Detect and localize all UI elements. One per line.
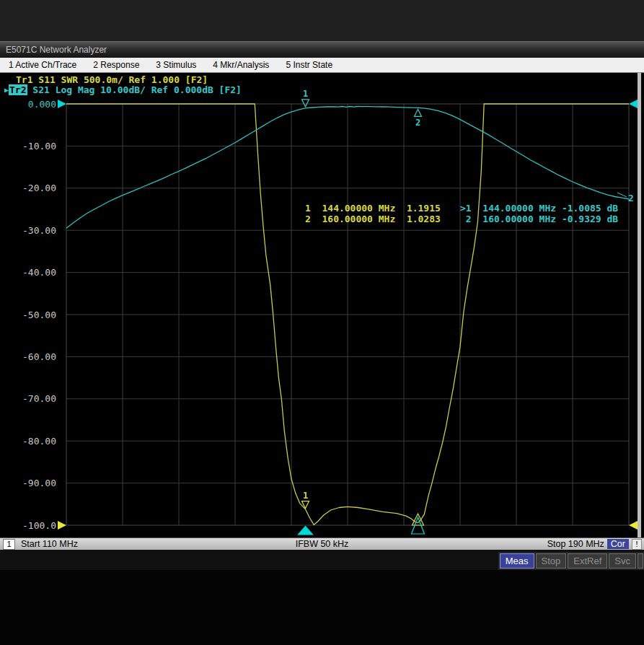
- ref-level-marker-tr1-left: [58, 521, 66, 530]
- marker-table-tr2: >1 144.00000 MHz -1.0085 dB 2 160.00000 …: [460, 203, 618, 224]
- trace2-info: ▶Tr2 S21 Log Mag 10.00dB/ Ref 0.000dB [F…: [4, 84, 242, 95]
- stop-frequency: Stop 190 MHz: [547, 539, 604, 549]
- y-axis-tick-label: -20.00: [22, 183, 56, 193]
- softkey-stop[interactable]: Stop: [536, 553, 567, 569]
- trace1-detail: S11 SWR 500.0m/ Ref 1.000 [F2]: [32, 74, 208, 85]
- top-band: [0, 0, 644, 41]
- plot-area: 0.000-10.00-20.00-30.00-40.00-50.00-60.0…: [0, 73, 644, 538]
- menu-item-4[interactable]: 4 Mkr/Analysis: [204, 60, 277, 70]
- trace2-detail: S21 Log Mag 10.00dB/ Ref 0.000dB [F2]: [27, 84, 242, 95]
- screen-edge-strip: [638, 73, 641, 538]
- marker1-tr1-icon: [302, 501, 309, 509]
- y-axis-tick-label: -30.00: [22, 225, 56, 236]
- menu-item-3[interactable]: 3 Stimulus: [147, 60, 204, 70]
- lcd-screen: 0.000-10.00-20.00-30.00-40.00-50.00-60.0…: [0, 73, 644, 538]
- marker-row: 2 160.00000 MHz 1.0283: [305, 214, 441, 224]
- softkey-partial[interactable]: [638, 553, 643, 569]
- marker1-stimulus-icon: [299, 527, 313, 535]
- y-axis-tick-label: -60.00: [22, 351, 56, 362]
- marker-row: >1 144.00000 MHz -1.0085 dB: [460, 203, 618, 214]
- status-bar: 1 Start 110 MHz IFBW 50 kHz Stop 190 MHz…: [0, 538, 644, 550]
- y-axis-tick-label: -10.00: [22, 141, 56, 152]
- trace2-end-tick: [617, 193, 627, 197]
- softkey-meas[interactable]: Meas: [500, 553, 534, 569]
- softkey-extref[interactable]: ExtRef: [568, 553, 607, 569]
- window-title-bar: E5071C Network Analyzer: [0, 41, 644, 58]
- marker-row: 1 144.00000 MHz 1.1915: [305, 203, 441, 214]
- marker2-tr2-icon: [415, 109, 422, 116]
- y-axis-tick-label: -80.00: [22, 436, 56, 447]
- marker1-tr1-label: 1: [303, 491, 308, 501]
- y-axis-tick-label: -50.00: [22, 310, 56, 320]
- trace1-info: Tr1 S11 SWR 500.0m/ Ref 1.000 [F2]: [16, 74, 208, 85]
- trace2-label: Tr2: [9, 84, 27, 95]
- correction-badge: Cor: [607, 539, 629, 549]
- y-axis-tick-label: -100.0: [22, 520, 56, 531]
- marker-table-tr1: 1 144.00000 MHz 1.19152 160.00000 MHz 1.…: [305, 203, 441, 224]
- y-axis-tick-label: -90.00: [22, 478, 56, 488]
- trace1-label: Tr1: [16, 74, 32, 85]
- marker1-tr2-icon: [302, 100, 309, 107]
- window-title: E5071C Network Analyzer: [6, 45, 107, 55]
- y-axis-tick-label: -70.00: [22, 393, 56, 404]
- y-axis-tick-label: 0.000: [28, 99, 56, 110]
- marker2-tr1-icon: [413, 514, 424, 525]
- marker2-tr2-label: 2: [415, 118, 420, 128]
- menu-item-1[interactable]: 1 Active Ch/Trace: [0, 60, 84, 70]
- menu-item-5[interactable]: 5 Instr State: [277, 60, 340, 70]
- menu-bar: 1 Active Ch/Trace2 Response3 Stimulus4 M…: [0, 58, 644, 73]
- softkey-svc[interactable]: Svc: [609, 553, 636, 569]
- y-axis-tick-label: -40.00: [22, 267, 56, 278]
- alert-badge: !: [632, 539, 642, 550]
- menu-item-2[interactable]: 2 Response: [84, 60, 147, 70]
- softkey-row: MeasStopExtRefSvc: [498, 552, 644, 570]
- ref-level-marker-tr2-right: [629, 100, 638, 108]
- marker1-tr2-label: 1: [303, 89, 308, 99]
- bottom-band: [0, 570, 644, 645]
- ref-level-marker-tr2-left: [58, 100, 66, 108]
- marker-row: 2 160.00000 MHz -0.9329 dB: [460, 214, 618, 224]
- ref-level-marker-tr1-right: [629, 521, 638, 530]
- footer-bar: MeasStopExtRefSvc: [0, 550, 644, 570]
- trace2-end-label: 2: [628, 193, 634, 203]
